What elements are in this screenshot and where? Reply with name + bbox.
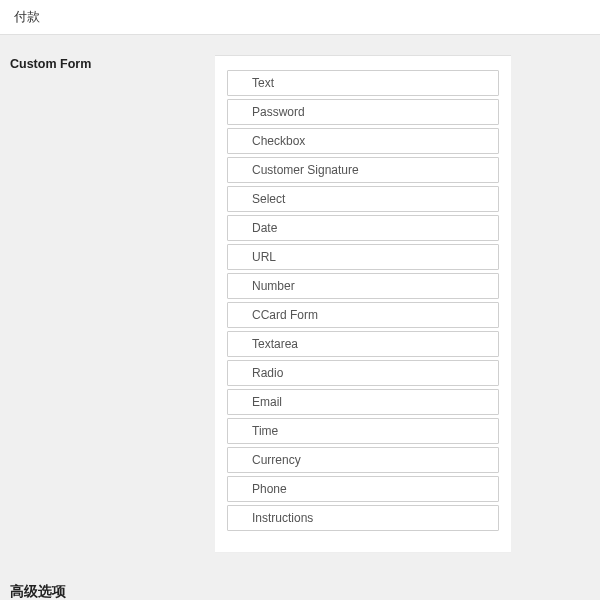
advanced-options-title: 高级选项 [0,559,600,600]
field-type-ccard-form[interactable]: CCard Form [227,302,499,328]
field-type-select[interactable]: Select [227,186,499,212]
field-type-checkbox[interactable]: Checkbox [227,128,499,154]
payments-link[interactable]: 付款 [14,9,40,24]
custom-form-label: Custom Form [10,55,215,71]
field-type-phone[interactable]: Phone [227,476,499,502]
field-type-radio[interactable]: Radio [227,360,499,386]
field-type-textarea[interactable]: Textarea [227,331,499,357]
field-type-currency[interactable]: Currency [227,447,499,473]
field-type-text[interactable]: Text [227,70,499,96]
custom-form-panel: TextPasswordCheckboxCustomer SignatureSe… [215,55,511,553]
field-type-url[interactable]: URL [227,244,499,270]
field-type-number[interactable]: Number [227,273,499,299]
field-type-date[interactable]: Date [227,215,499,241]
field-type-email[interactable]: Email [227,389,499,415]
field-type-instructions[interactable]: Instructions [227,505,499,531]
field-type-customer-signature[interactable]: Customer Signature [227,157,499,183]
field-type-time[interactable]: Time [227,418,499,444]
field-type-password[interactable]: Password [227,99,499,125]
